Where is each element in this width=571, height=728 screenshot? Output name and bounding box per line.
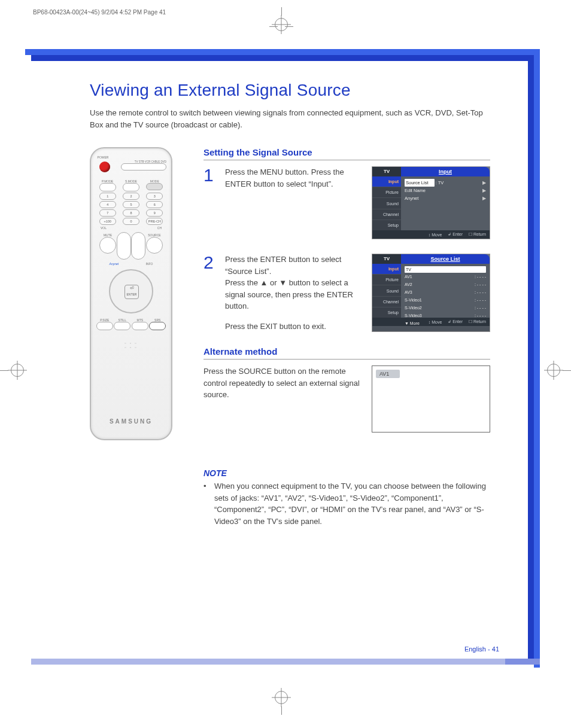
print-header: BP68-00423A-00(24~45) 9/2/04 4:52 PM Pag… <box>33 9 166 16</box>
osd2-line-av2: AV2 <box>405 281 412 288</box>
note-text: When you connect equipment to the TV, yo… <box>214 480 490 527</box>
key-8: 8 <box>123 209 139 217</box>
osd1-tab-title: Input <box>401 167 490 176</box>
key-6: 6 <box>146 201 163 208</box>
osd2-foot-return: ☐ Return <box>469 319 486 324</box>
arrow-icon: ▶ <box>482 194 486 202</box>
key-5: 5 <box>123 201 139 208</box>
osd2-av2-value: : - - - - <box>475 281 486 288</box>
step-number-1: 1 <box>204 166 217 239</box>
vol-label: VOL <box>101 226 107 230</box>
osd1-foot-move: ↕ Move <box>429 233 442 237</box>
osd1-foot-return: ☐ Return <box>469 232 486 237</box>
step-2-text-b: Press the ▲ or ▼ button to select a sign… <box>225 277 363 312</box>
info-label: INFO <box>145 262 153 266</box>
power-button-icon <box>99 162 110 172</box>
osd1-line-anynet: Anynet <box>405 194 418 202</box>
osd1-foot-enter: ↲ Enter <box>448 232 463 237</box>
page-title: Viewing an External Signal Source <box>90 81 490 100</box>
key-0: 0 <box>123 218 139 225</box>
key-3: 3 <box>146 193 163 200</box>
brand-logo: SAMSUNG <box>91 418 171 425</box>
osd1-line-editname: Edit Name <box>405 187 426 194</box>
osd2-menu-input: Input <box>372 264 401 274</box>
key-9: 9 <box>146 209 163 217</box>
osd1-line-sourcelist: Source List <box>405 179 435 187</box>
osd-screenshot-alt: AV1 <box>372 365 490 432</box>
arrow-icon: ▶ <box>482 179 486 187</box>
source-label: SOURCE <box>146 233 163 237</box>
osd1-line-sourcelist-value: : TV <box>436 180 444 185</box>
osd1-menu-sound: Sound <box>372 197 401 208</box>
osd2-line-tv: TV <box>405 266 486 273</box>
osd2-menu-sound: Sound <box>372 285 401 296</box>
step-2-text: Press the ENTER button to select “Source… <box>225 254 363 332</box>
osd2-tab-title: Source List <box>401 254 490 264</box>
registration-mark-right <box>547 364 571 377</box>
step-1-text: Press the MENU button. Press the ENTER b… <box>225 166 363 239</box>
source-button-icon <box>146 237 163 254</box>
osd2-line-av1: AV1 <box>405 273 412 281</box>
osd-screenshot-sourcelist: TV Source List Input Picture Sound Chann… <box>372 254 490 332</box>
osd2-av3-value: : - - - - <box>475 288 486 296</box>
osd2-sv1-value: : - - - - <box>475 296 486 304</box>
note-bullet: • <box>204 480 209 527</box>
nav-ring: ⏎ENTER <box>109 269 153 313</box>
osd-screenshot-input: TV Input Input Picture Sound Channel Set… <box>372 166 490 239</box>
frame-outer-right <box>534 49 540 668</box>
mute-label: MUTE <box>99 233 116 237</box>
device-selector-labels: TV STB VCR CABLE DVD <box>121 160 166 163</box>
step-2-text-a: Press the ENTER button to select “Source… <box>225 254 363 277</box>
osd2-foot-enter: ↲ Enter <box>448 319 463 324</box>
osd2-line-av3: AV3 <box>405 288 412 296</box>
power-label: POWER <box>96 156 110 159</box>
channel-rocker <box>131 232 145 260</box>
arrow-icon: ▶ <box>482 187 486 194</box>
frame-inner-top <box>31 55 534 61</box>
key-4: 4 <box>99 201 116 208</box>
key-prech: PRE-CH <box>146 218 163 225</box>
page-footer: English - 41 <box>464 645 499 653</box>
osd2-line-svideo3: S-Video3 <box>405 312 422 319</box>
osd2-menu-channel: Channel <box>372 296 401 307</box>
psize-label: P.SIZE <box>96 318 113 322</box>
intro-text: Use the remote control to switch between… <box>90 107 490 130</box>
key-7: 7 <box>99 209 116 217</box>
key-1: 1 <box>99 193 116 200</box>
registration-mark-top <box>263 7 299 37</box>
alt-tag-av1: AV1 <box>376 370 400 378</box>
osd1-menu-channel: Channel <box>372 209 401 220</box>
registration-mark-left <box>0 364 24 377</box>
frame-inner-right <box>528 55 534 662</box>
still-label: STILL <box>114 318 130 322</box>
remote-control-illustration: POWER TV STB VCR CABLE DVD P.MODE S.MODE… <box>90 147 172 440</box>
step-2-text-c: Press the EXIT button to exit. <box>225 321 363 333</box>
smode-label: S.MODE <box>123 179 139 183</box>
enter-button-icon: ⏎ENTER <box>124 285 139 299</box>
srs-label: SRS <box>149 318 166 322</box>
osd2-foot-move: ↕ Move <box>429 320 442 324</box>
osd1-tab-tv: TV <box>372 167 401 176</box>
volume-rocker <box>117 232 131 260</box>
frame-bottom-cap <box>505 659 540 665</box>
mts-label: MTS <box>132 318 148 322</box>
step-number-2: 2 <box>204 254 217 332</box>
frame-bottom-bar <box>31 659 531 665</box>
frame-outer-top <box>25 49 540 55</box>
osd2-sv3-value: : - - - - <box>475 312 486 319</box>
registration-mark-bottom <box>263 691 299 721</box>
osd2-line-svideo2: S-Video2 <box>405 304 422 312</box>
section-heading-setting: Setting the Signal Source <box>204 147 490 160</box>
osd2-sv2-value: : - - - - <box>475 304 486 312</box>
osd2-line-more: ▼ More <box>405 319 420 327</box>
key-plus100: +100 <box>99 218 116 225</box>
osd2-tab-tv: TV <box>372 254 401 264</box>
osd2-menu-picture: Picture <box>372 274 401 285</box>
note-heading: NOTE <box>204 468 490 478</box>
osd1-menu-setup: Setup <box>372 220 401 230</box>
mute-button-icon <box>99 237 116 254</box>
pmode-label: P.MODE <box>99 179 116 183</box>
anynet-label: Anynet <box>110 262 119 266</box>
key-2: 2 <box>123 193 139 200</box>
section-heading-alternate: Alternate method <box>204 346 490 360</box>
